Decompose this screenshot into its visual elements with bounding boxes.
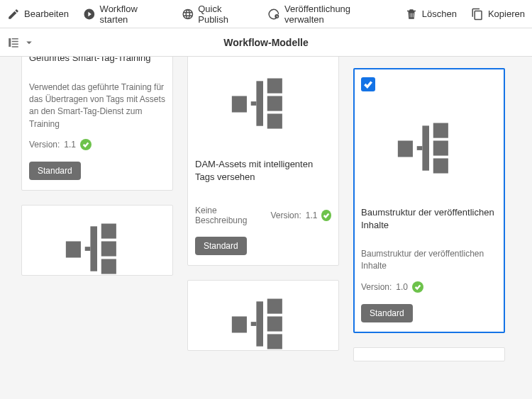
- status-ok-icon: [321, 210, 331, 221]
- workflow-card-selected[interactable]: Baumstruktur der veröffentlichen Inhalte…: [353, 68, 505, 333]
- svg-rect-19: [256, 301, 263, 346]
- start-workflow-button[interactable]: Workflow starten: [83, 4, 167, 25]
- card-version: Version: 1.0: [361, 281, 497, 293]
- globe-icon: [182, 8, 194, 21]
- svg-rect-21: [267, 299, 282, 314]
- workflow-card[interactable]: [353, 347, 505, 361]
- version-label: Version:: [361, 282, 392, 292]
- workflow-icon: [63, 221, 131, 276]
- card-tag: Standard: [195, 237, 247, 255]
- card-tag: Standard: [361, 304, 413, 322]
- status-ok-icon: [412, 281, 423, 293]
- grid-column: Baumstruktur der veröffentlichen Inhalte…: [353, 68, 505, 361]
- quick-publish-label: Quick Publish: [198, 4, 253, 25]
- page-title: Workflow-Modelle: [223, 37, 309, 48]
- subheader: Workflow-Modelle: [0, 28, 532, 57]
- svg-rect-22: [267, 317, 282, 332]
- svg-rect-23: [267, 335, 282, 349]
- svg-rect-6: [66, 242, 81, 258]
- content-area: Geführtes Smart-Tag-Training Verwendet d…: [0, 57, 532, 399]
- card-title: DAM-Assets mit intelligenten Tags verseh…: [195, 158, 331, 183]
- svg-rect-12: [232, 96, 247, 112]
- copy-button[interactable]: Kopieren: [471, 8, 525, 21]
- pencil-icon: [7, 8, 20, 21]
- svg-rect-17: [267, 113, 282, 128]
- start-workflow-label: Workflow starten: [100, 4, 167, 25]
- card-title: Baumstruktur der veröffentlichen Inhalte: [361, 206, 497, 231]
- svg-rect-7: [90, 226, 97, 271]
- card-description: Baumstruktur der veröffentlichen Inhalte: [361, 248, 497, 273]
- svg-rect-11: [101, 259, 116, 274]
- card-tag: Standard: [29, 162, 81, 180]
- version-label: Version:: [270, 210, 301, 220]
- card-thumbnail: [195, 62, 331, 147]
- copy-icon: [471, 8, 484, 21]
- edit-button[interactable]: Bearbeiten: [7, 8, 69, 21]
- version-value: 1.1: [64, 140, 76, 150]
- svg-rect-28: [433, 140, 448, 155]
- delete-label: Löschen: [422, 9, 457, 19]
- selection-indicator[interactable]: [361, 77, 497, 91]
- edit-label: Bearbeiten: [24, 9, 69, 19]
- svg-rect-24: [398, 140, 413, 157]
- workflow-icon: [395, 120, 463, 177]
- workflow-icon: [229, 296, 297, 351]
- version-value: 1.0: [396, 282, 408, 292]
- workflow-card[interactable]: Geführtes Smart-Tag-Training Verwendet d…: [21, 57, 173, 191]
- svg-rect-27: [433, 123, 448, 138]
- svg-rect-20: [251, 322, 257, 326]
- svg-rect-29: [433, 158, 448, 173]
- trash-icon: [405, 8, 418, 21]
- no-description-label: Keine Beschreibung: [195, 206, 260, 225]
- svg-rect-8: [85, 247, 91, 251]
- svg-rect-25: [422, 125, 429, 170]
- grid-column: Geführtes Smart-Tag-Training Verwendet d…: [21, 57, 173, 276]
- version-value: 1.1: [306, 210, 318, 220]
- view-switcher[interactable]: [7, 36, 35, 49]
- checkbox-checked-icon: [361, 77, 375, 91]
- card-title: Geführtes Smart-Tag-Training: [29, 57, 165, 64]
- svg-rect-9: [101, 224, 116, 239]
- manage-publication-button[interactable]: Veröffentlichung verwalten: [267, 4, 390, 25]
- globe-clock-icon: [267, 8, 280, 21]
- workflow-card[interactable]: [21, 205, 173, 276]
- grid-column: DAM-Assets mit intelligenten Tags verseh…: [187, 57, 339, 351]
- svg-rect-10: [101, 242, 116, 257]
- manage-publication-label: Veröffentlichung verwalten: [284, 4, 391, 25]
- chevron-down-icon: [23, 36, 35, 49]
- card-version: Keine Beschreibung Version: 1.1: [195, 206, 331, 225]
- card-thumbnail: [195, 296, 331, 351]
- svg-rect-14: [251, 101, 257, 106]
- action-toolbar: Bearbeiten Workflow starten Quick Publis…: [0, 0, 532, 28]
- version-label: Version:: [29, 140, 60, 150]
- workflow-icon: [229, 76, 297, 133]
- rail-icon: [7, 36, 20, 49]
- quick-publish-button[interactable]: Quick Publish: [182, 4, 254, 25]
- svg-rect-13: [256, 81, 263, 125]
- card-grid: Geführtes Smart-Tag-Training Verwendet d…: [0, 57, 532, 361]
- play-circle-icon: [83, 8, 96, 21]
- card-thumbnail: [361, 103, 497, 195]
- delete-button[interactable]: Löschen: [405, 8, 457, 21]
- svg-rect-16: [267, 96, 282, 111]
- workflow-card[interactable]: [187, 280, 339, 351]
- status-ok-icon: [80, 139, 92, 150]
- card-description: Verwendet das geführte Training für das …: [29, 82, 165, 131]
- svg-rect-26: [417, 146, 423, 150]
- workflow-card[interactable]: DAM-Assets mit intelligenten Tags verseh…: [187, 57, 339, 266]
- svg-rect-18: [232, 317, 247, 333]
- svg-rect-15: [267, 79, 282, 94]
- card-thumbnail: [29, 221, 165, 276]
- card-version: Version: 1.1: [29, 139, 165, 150]
- copy-label: Kopieren: [488, 9, 525, 19]
